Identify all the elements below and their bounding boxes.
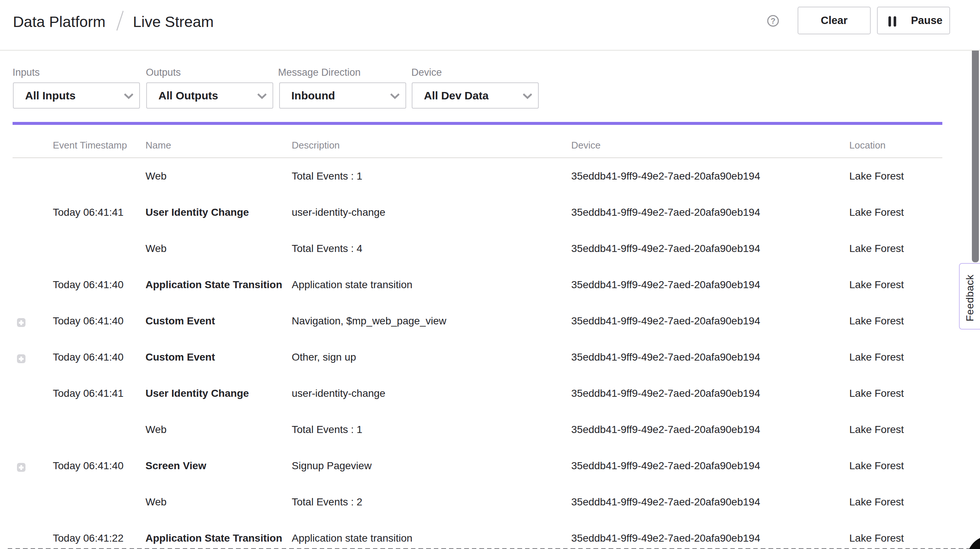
svg-text:?: ? — [771, 16, 775, 26]
